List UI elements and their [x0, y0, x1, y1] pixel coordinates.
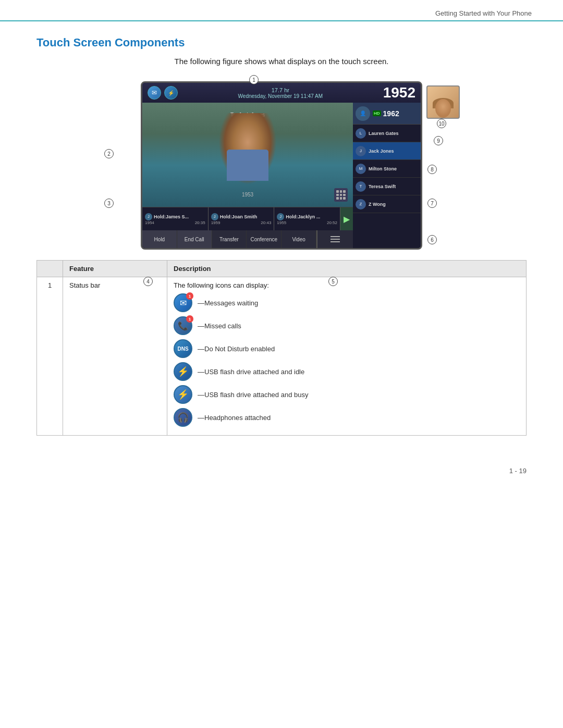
- grid-dot: [336, 190, 339, 193]
- callout-2: 2: [104, 149, 114, 158]
- hold-strip: J Hold:James S... 195420:35 J: [142, 207, 353, 230]
- dnd-icon: DNS: [174, 339, 192, 358]
- callout-4: 4: [143, 277, 153, 286]
- hold-name-joan: Hold:Joan Smith: [220, 214, 258, 219]
- status-center: 17.7 hr Wednesday, November 19 11:47 AM: [238, 87, 323, 99]
- icon-row-messages: 1 ✉ —Messages waiting: [174, 293, 520, 312]
- usb-busy-icon: ⚡: [174, 385, 192, 404]
- video-section: 📷 0:32 To: Jack Jones: [142, 103, 353, 248]
- contact-jack[interactable]: J Jack Jones: [353, 142, 421, 160]
- desc-intro: The following icons can display:: [174, 281, 520, 289]
- grid-dot: [336, 197, 339, 200]
- missed-calls-icon: 1 📞: [174, 316, 192, 335]
- hold-avatar-joan: J: [211, 213, 218, 220]
- contact-avatar-zwong: Z: [356, 199, 366, 209]
- menu-button[interactable]: [316, 230, 353, 248]
- section-title: Touch Screen Components: [36, 36, 527, 50]
- hold-item-james[interactable]: J Hold:James S... 195420:35: [142, 207, 209, 230]
- page-footer: 1 - 19: [0, 456, 563, 485]
- callout-5: 5: [328, 277, 338, 286]
- hold-avatar-james: J: [145, 213, 152, 220]
- hold-item-joan[interactable]: J Hold:Joan Smith 195920:43: [209, 207, 275, 230]
- messages-icon: ✉: [148, 86, 161, 100]
- messages-waiting-icon: 1 ✉: [174, 293, 192, 312]
- duration-display: 17.7 hr: [238, 87, 323, 93]
- status-bar: ✉ ⚡ 17.7 hr Wednesday, November 19 11:47…: [142, 83, 421, 103]
- row-num-1: 1: [37, 277, 63, 436]
- contact-lauren[interactable]: L Lauren Gates: [353, 125, 421, 142]
- grid-dot: [340, 190, 342, 193]
- contact-milton[interactable]: M Milton Stone: [353, 160, 421, 178]
- icon-row-usb-busy: ⚡ —USB flash drive attached and busy: [174, 385, 520, 404]
- avatar-corner: [426, 85, 460, 119]
- hold-item-jacklyn[interactable]: J Hold:Jacklyn ... 195520:52: [274, 207, 340, 230]
- menu-icon: [331, 236, 340, 242]
- header-text: Getting Started with Your Phone: [435, 9, 532, 17]
- missed-badge: 1: [186, 315, 193, 323]
- hold-name-jacklyn: Hold:Jacklyn ...: [286, 214, 320, 219]
- headphones-label: —Headphones attached: [198, 414, 271, 422]
- usb-idle-icon: ⚡: [174, 362, 192, 381]
- hold-info-joan: 195920:43: [211, 220, 272, 225]
- datetime-display: Wednesday, November 19 11:47 AM: [238, 93, 323, 99]
- icon-row-dnd: DNS —Do Not Disturb enabled: [174, 339, 520, 358]
- person-body: [219, 113, 276, 196]
- messages-badge: 1: [186, 292, 193, 300]
- main-content: 📷 0:32 To: Jack Jones: [142, 103, 421, 248]
- contact-name-jack: Jack Jones: [369, 149, 394, 154]
- grid-dot: [343, 190, 346, 193]
- conference-button[interactable]: Conference: [247, 230, 282, 248]
- contact-name-milton: Milton Stone: [369, 166, 397, 171]
- grid-icon: [334, 188, 348, 202]
- hold-info-jacklyn: 195520:52: [277, 220, 337, 225]
- action-bar: Hold End Call Transfer Conference Video: [142, 230, 353, 248]
- row-feature-1: Status bar: [63, 277, 167, 436]
- dnd-label: —Do Not Disturb enabled: [198, 345, 275, 353]
- table-header-num: [37, 261, 63, 277]
- hold-info-james: 195420:35: [145, 220, 205, 225]
- extension-display: 1952: [383, 85, 415, 100]
- phone-screen: ✉ ⚡ 17.7 hr Wednesday, November 19 11:47…: [141, 81, 422, 250]
- hold-button[interactable]: Hold: [142, 230, 177, 248]
- contact-zwong[interactable]: Z Z Wong: [353, 195, 421, 213]
- menu-line-1: [331, 236, 340, 237]
- status-right: 1952: [383, 85, 415, 100]
- callout-9: 9: [434, 136, 443, 145]
- self-avatar: 👤: [356, 106, 370, 121]
- status-icons: ✉ ⚡: [148, 86, 178, 100]
- self-extension: 1962: [383, 109, 399, 118]
- row-desc-1: The following icons can display: 1 ✉ —Me…: [167, 277, 527, 436]
- transfer-button[interactable]: Transfer: [212, 230, 247, 248]
- contact-name-zwong: Z Wong: [369, 202, 386, 207]
- headphones-icon: 🎧: [174, 408, 192, 427]
- hold-name-james: Hold:James S...: [154, 214, 189, 219]
- hold-avatar-jacklyn: J: [277, 213, 284, 220]
- grid-dot: [340, 197, 342, 200]
- callout-6: 6: [427, 235, 437, 244]
- messages-label: —Messages waiting: [198, 299, 258, 307]
- video-area: 📷 0:32 To: Jack Jones: [142, 103, 353, 207]
- end-call-button[interactable]: End Call: [177, 230, 212, 248]
- usb-busy-label: —USB flash drive attached and busy: [198, 391, 308, 399]
- contact-teresa[interactable]: T Teresa Swift: [353, 178, 421, 195]
- callout-1: 1: [249, 75, 259, 84]
- contact-self: 👤 HD 1962: [353, 103, 421, 125]
- video-button[interactable]: Video: [282, 230, 316, 248]
- contact-name-lauren: Lauren Gates: [369, 131, 399, 136]
- contact-name-teresa: Teresa Swift: [369, 184, 396, 189]
- video-ext: 1953: [242, 192, 253, 198]
- hd-badge: HD: [373, 110, 381, 116]
- contact-avatar-lauren: L: [356, 128, 366, 139]
- intro-text: The following figure shows what displays…: [36, 57, 527, 66]
- icon-row-missed: 1 📞 —Missed calls: [174, 316, 520, 335]
- page-header: Getting Started with Your Phone: [0, 0, 563, 21]
- feature-table: Feature Description 1 Status bar The fol…: [36, 260, 527, 436]
- self-ext-row: HD 1962: [373, 109, 399, 118]
- icon-row-headphones: 🎧 —Headphones attached: [174, 408, 520, 427]
- grid-dot: [340, 194, 342, 196]
- video-person: To: Jack Jones 1953: [142, 103, 353, 207]
- grid-dot: [343, 197, 346, 200]
- callout-3: 3: [104, 199, 114, 208]
- hold-arrow[interactable]: ▶: [340, 207, 353, 230]
- menu-line-3: [331, 241, 340, 242]
